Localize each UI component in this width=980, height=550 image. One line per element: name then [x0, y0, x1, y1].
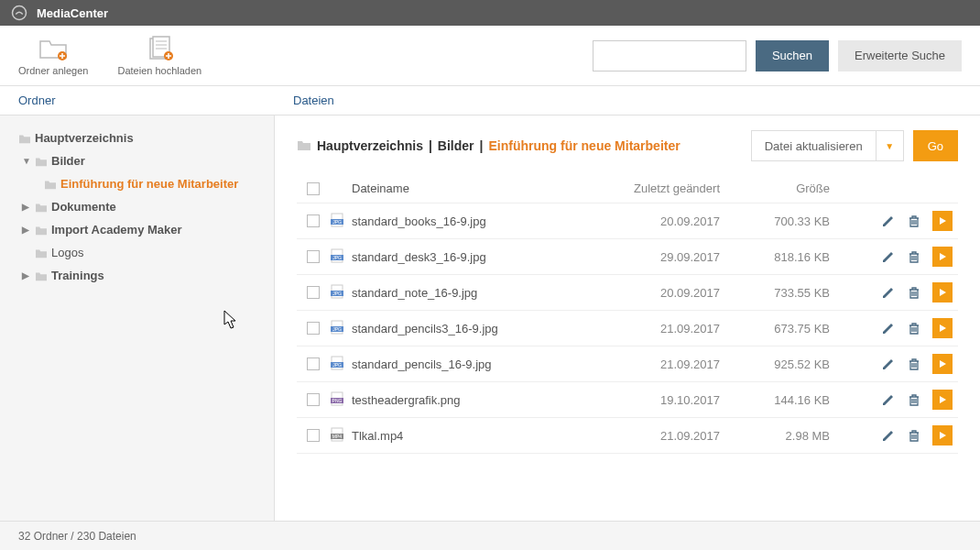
new-folder-label: Ordner anlegen: [18, 65, 88, 76]
file-name[interactable]: testheadergrafik.png: [352, 393, 610, 407]
file-name[interactable]: standard_pencils3_16-9.jpg: [352, 322, 610, 336]
action-select-value: Datei aktualisieren: [752, 131, 876, 160]
delete-icon[interactable]: [907, 321, 921, 336]
row-checkbox[interactable]: [307, 286, 320, 299]
row-checkbox[interactable]: [307, 393, 320, 406]
tree-item[interactable]: ▶Trainings: [0, 269, 274, 282]
file-type-icon: JPG: [330, 248, 352, 266]
delete-icon[interactable]: [907, 392, 921, 407]
status-bar: 32 Ordner / 230 Dateien: [0, 521, 980, 550]
new-folder-button[interactable]: Ordner anlegen: [18, 36, 88, 76]
edit-icon[interactable]: [881, 392, 896, 407]
search-button[interactable]: Suchen: [756, 40, 829, 72]
play-button[interactable]: [932, 425, 953, 446]
row-checkbox[interactable]: [307, 250, 320, 263]
svg-text:MP4: MP4: [332, 434, 343, 439]
folder-plus-icon: [38, 36, 68, 61]
row-checkbox[interactable]: [307, 214, 320, 227]
file-row: PNGtestheadergrafik.png19.10.2017144.16 …: [297, 382, 958, 418]
upload-files-button[interactable]: Dateien hochladen: [117, 36, 201, 76]
col-header-size[interactable]: Größe: [720, 182, 830, 195]
file-size: 673.75 KB: [720, 322, 830, 336]
select-all-checkbox[interactable]: [307, 182, 320, 195]
file-row: JPGstandard_pencils_16-9.jpg21.09.201792…: [297, 346, 958, 382]
search-input[interactable]: [593, 40, 746, 72]
breadcrumb-seg-3[interactable]: Einführung für neue Mitarbeiter: [488, 138, 680, 153]
file-type-icon: JPG: [330, 284, 352, 302]
play-button[interactable]: [932, 390, 953, 410]
tree-item[interactable]: ▶Dokumente: [0, 200, 274, 214]
row-checkbox[interactable]: [307, 358, 320, 370]
svg-text:JPG: JPG: [332, 326, 342, 332]
file-name[interactable]: standard_note_16-9.jpg: [352, 286, 610, 300]
col-header-date[interactable]: Zuletzt geändert: [610, 182, 720, 195]
extended-search-button[interactable]: Erweiterte Suche: [838, 40, 962, 72]
file-type-icon: JPG: [330, 320, 352, 337]
columns-header: Ordner Dateien: [0, 86, 980, 116]
col-header-name[interactable]: Dateiname: [352, 182, 610, 195]
app-logo-icon: [11, 5, 27, 21]
file-name[interactable]: Tlkal.mp4: [352, 429, 610, 443]
file-size: 144.16 KB: [720, 393, 830, 407]
tree-item[interactable]: ▼Bilder: [0, 154, 274, 168]
delete-icon[interactable]: [907, 214, 921, 228]
play-button[interactable]: [932, 318, 953, 338]
breadcrumb-seg-1[interactable]: Hauptverzeichnis: [317, 138, 423, 153]
file-date: 20.09.2017: [610, 214, 720, 228]
file-size: 733.55 KB: [720, 286, 830, 300]
file-date: 19.10.2017: [610, 393, 720, 407]
file-name[interactable]: standard_books_16-9.jpg: [352, 214, 610, 228]
upload-files-label: Dateien hochladen: [117, 65, 201, 76]
delete-icon[interactable]: [907, 357, 921, 371]
app-header: MediaCenter: [0, 0, 980, 26]
svg-text:JPG: JPG: [332, 362, 342, 368]
file-type-icon: MP4: [330, 427, 352, 445]
action-select[interactable]: Datei aktualisieren ▼: [751, 130, 904, 161]
chevron-down-icon: ▼: [876, 131, 903, 160]
file-size: 925.52 KB: [720, 358, 830, 371]
file-name[interactable]: standard_pencils_16-9.jpg: [352, 358, 610, 371]
toolbar: Ordner anlegen Dateien hochladen Suchen …: [0, 26, 980, 86]
play-button[interactable]: [932, 354, 953, 374]
tree-item[interactable]: ▶Import Academy Maker: [0, 223, 274, 236]
delete-icon[interactable]: [907, 428, 921, 443]
file-date: 21.09.2017: [610, 322, 720, 336]
file-list-panel: Hauptverzeichnis | Bilder | Einführung f…: [275, 116, 980, 521]
file-row: JPGstandard_pencils3_16-9.jpg21.09.20176…: [297, 311, 958, 346]
tree-root[interactable]: Hauptverzeichnis: [0, 131, 274, 145]
edit-icon[interactable]: [881, 357, 896, 371]
file-type-icon: PNG: [330, 391, 352, 409]
edit-icon[interactable]: [881, 321, 896, 336]
file-row: MP4Tlkal.mp421.09.20172.98 MB: [297, 418, 958, 454]
edit-icon[interactable]: [881, 249, 896, 264]
folder-tree-sidebar: Hauptverzeichnis▼BilderEinführung für ne…: [0, 116, 275, 521]
delete-icon[interactable]: [907, 249, 921, 264]
files-column-label: Dateien: [275, 94, 980, 107]
app-title: MediaCenter: [37, 6, 108, 20]
edit-icon[interactable]: [881, 428, 896, 443]
play-button[interactable]: [932, 282, 953, 302]
breadcrumb-seg-2[interactable]: Bilder: [438, 138, 474, 153]
folder-icon: [297, 138, 311, 154]
file-table-header: Dateiname Zuletzt geändert Größe: [297, 174, 958, 204]
breadcrumb: Hauptverzeichnis | Bilder | Einführung f…: [297, 138, 681, 154]
file-name[interactable]: standard_desk3_16-9.jpg: [352, 250, 610, 264]
tree-item[interactable]: Einführung für neue Mitarbeiter: [0, 177, 274, 191]
go-button[interactable]: Go: [913, 130, 958, 161]
file-type-icon: JPG: [330, 213, 352, 230]
folders-column-label: Ordner: [0, 94, 275, 107]
edit-icon[interactable]: [881, 285, 896, 300]
file-row: JPGstandard_books_16-9.jpg20.09.2017700.…: [297, 204, 958, 239]
svg-text:JPG: JPG: [332, 219, 342, 225]
play-button[interactable]: [932, 247, 953, 267]
file-date: 21.09.2017: [610, 358, 720, 371]
play-button[interactable]: [932, 211, 953, 231]
edit-icon[interactable]: [881, 214, 896, 228]
file-size: 818.16 KB: [720, 250, 830, 264]
delete-icon[interactable]: [907, 285, 921, 300]
row-checkbox[interactable]: [307, 322, 320, 335]
svg-text:PNG: PNG: [332, 398, 343, 403]
tree-item[interactable]: Logos: [0, 246, 274, 259]
row-checkbox[interactable]: [307, 429, 320, 442]
file-date: 20.09.2017: [610, 286, 720, 300]
